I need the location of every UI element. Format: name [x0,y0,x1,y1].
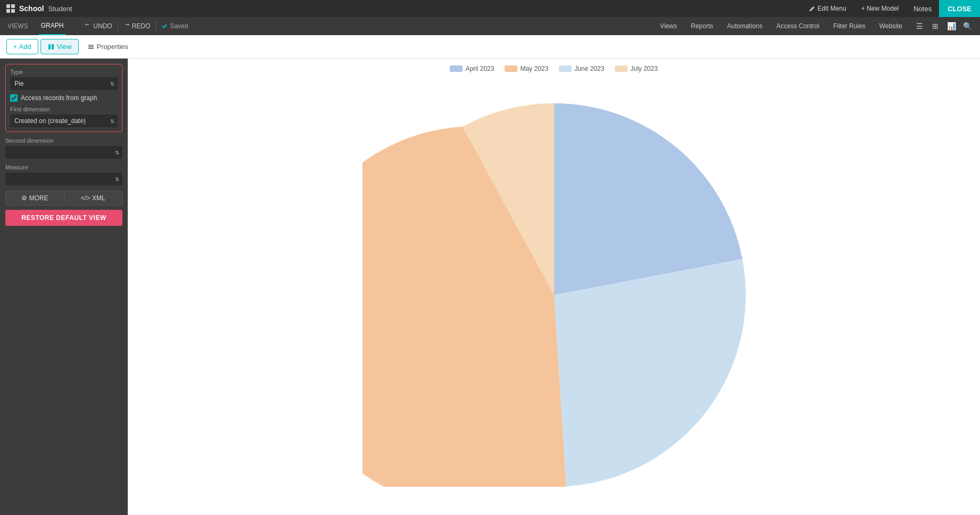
model-name: Student [48,5,72,13]
measure-label: Measure [5,164,122,170]
legend-label-july: July 2023 [630,65,657,72]
chart-legend: April 2023 May 2023 June 2023 July 2023 [450,59,657,75]
close-button[interactable]: CLOSE [939,0,980,17]
access-records-label: Access records from graph [21,94,97,102]
nav-automations-item[interactable]: Automations [721,17,769,35]
second-dimension-select[interactable] [5,146,122,159]
top-nav-right: Views Reports Automations Access Control… [654,17,975,35]
svg-rect-1 [11,4,15,8]
top-bar: School Student Edit Menu + New Model Not… [0,0,980,17]
code-icon: </> [81,194,90,202]
edit-menu-button[interactable]: Edit Menu [802,0,854,17]
access-records-checkbox[interactable] [10,94,18,102]
nav-reports-item[interactable]: Reports [685,17,720,35]
nav-graph[interactable]: GRAPH [39,17,66,35]
measure-select[interactable] [5,173,122,185]
more-button[interactable]: ⚙ MORE [5,191,64,206]
new-model-button[interactable]: + New Model [854,0,906,17]
first-dimension-select-wrapper: Created on (create_date) ⇅ [10,115,118,127]
measure-select-wrapper: ⇅ [5,173,122,185]
notes-button[interactable]: Notes [906,0,939,17]
nav-views[interactable]: VIEWS [5,17,30,35]
legend-color-april [450,66,463,72]
second-dimension-label: Second dimension [5,137,122,144]
more-xml-row: ⚙ MORE </> XML [5,191,122,206]
svg-rect-5 [52,44,54,50]
legend-item-july: July 2023 [615,65,657,72]
second-dimension-section: Second dimension ⇅ [5,137,122,159]
edit-icon [809,5,816,12]
svg-rect-0 [6,4,10,8]
redo-icon [123,23,130,29]
svg-rect-3 [11,9,15,13]
pie-chart-container [128,75,980,515]
grid-icon [6,4,15,13]
second-dimension-select-wrapper: ⇅ [5,146,122,159]
pie-chart [363,103,746,487]
legend-label-june: June 2023 [574,65,604,72]
access-records-row: Access records from graph [10,94,118,102]
legend-item-may: May 2023 [505,65,548,72]
app-info: School Student [0,4,79,13]
check-icon [161,23,168,29]
divider [118,21,118,31]
restore-default-button[interactable]: RESTORE DEFAULT VIEW [5,210,122,226]
list-view-icon[interactable]: ☰ [912,19,927,34]
second-bar: VIEWS GRAPH UNDO REDO Saved Views Report… [0,17,980,35]
sidebar: Type Pie Bar Line ⇅ Access records from … [0,59,128,515]
divider2 [155,21,156,31]
undo-button[interactable]: UNDO [85,22,112,30]
search-icon[interactable]: 🔍 [960,19,975,34]
properties-icon [87,43,95,51]
settings-icon: ⚙ [21,194,27,202]
chart-view-icon[interactable]: 📊 [944,19,959,34]
first-dimension-label: First dimension [10,106,118,112]
type-label: Type [10,69,118,75]
chart-area: April 2023 May 2023 June 2023 July 2023 [128,59,980,515]
legend-color-may [505,66,517,72]
main-layout: Type Pie Bar Line ⇅ Access records from … [0,59,980,515]
first-dimension-select[interactable]: Created on (create_date) [10,115,118,127]
view-mode-icons: ☰ ⊞ 📊 🔍 [912,19,975,34]
redo-button[interactable]: REDO [123,22,151,30]
type-section: Type Pie Bar Line ⇅ Access records from … [5,64,122,132]
toolbar-actions: UNDO REDO Saved [85,21,188,31]
nav-views-item[interactable]: Views [654,17,683,35]
table-view-icon[interactable]: ⊞ [928,19,943,34]
xml-button[interactable]: </> XML [64,191,123,206]
view-toolbar: + Add View Properties [0,35,980,59]
type-select[interactable]: Pie Bar Line [10,77,118,90]
nav-website-item[interactable]: Website [873,17,909,35]
add-button[interactable]: + Add [6,39,38,54]
legend-item-april: April 2023 [450,65,494,72]
svg-rect-4 [48,44,51,50]
nav-filter-rules-item[interactable]: Filter Rules [827,17,872,35]
legend-label-may: May 2023 [520,65,548,72]
sidebar-bottom: ⚙ MORE </> XML RESTORE DEFAULT VIEW [5,191,122,226]
legend-label-april: April 2023 [465,65,494,72]
app-name: School [19,4,44,13]
measure-section: Measure ⇅ [5,164,122,185]
top-bar-right: Edit Menu + New Model Notes CLOSE [802,0,980,17]
undo-icon [85,23,91,29]
saved-indicator: Saved [161,22,188,30]
legend-color-june [559,66,572,72]
svg-rect-2 [6,9,10,13]
view-button[interactable]: View [40,39,79,54]
legend-color-july [615,66,628,72]
legend-item-june: June 2023 [559,65,604,72]
view-icon [47,43,55,51]
nav-access-control-item[interactable]: Access Control [770,17,826,35]
properties-button[interactable]: Properties [81,39,135,54]
type-select-wrapper: Pie Bar Line ⇅ [10,77,118,90]
